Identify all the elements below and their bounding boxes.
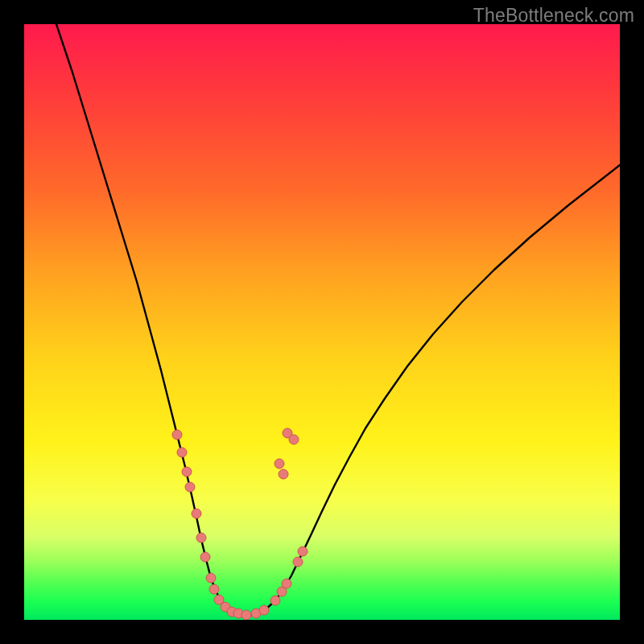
- data-marker: [289, 435, 299, 444]
- data-marker: [172, 430, 182, 440]
- plot-area: [24, 24, 620, 620]
- curve-group: [56, 24, 620, 616]
- data-marker: [275, 459, 284, 469]
- data-marker: [196, 533, 206, 543]
- chart-frame: TheBottleneck.com: [0, 0, 644, 644]
- data-marker: [177, 448, 187, 457]
- data-marker: [259, 605, 269, 615]
- data-marker: [209, 584, 219, 594]
- data-marker: [293, 557, 303, 567]
- data-marker: [206, 573, 216, 583]
- watermark-text: TheBottleneck.com: [473, 5, 634, 27]
- data-marker: [185, 482, 195, 492]
- data-marker: [200, 552, 210, 562]
- data-marker: [242, 610, 251, 620]
- chart-svg: [24, 24, 620, 620]
- data-marker: [282, 579, 291, 588]
- data-marker: [192, 509, 201, 518]
- data-marker: [298, 547, 308, 556]
- data-marker: [279, 469, 288, 479]
- data-marker: [182, 467, 192, 477]
- left-curve: [56, 24, 246, 616]
- markers-group: [172, 428, 308, 620]
- data-marker: [270, 596, 280, 605]
